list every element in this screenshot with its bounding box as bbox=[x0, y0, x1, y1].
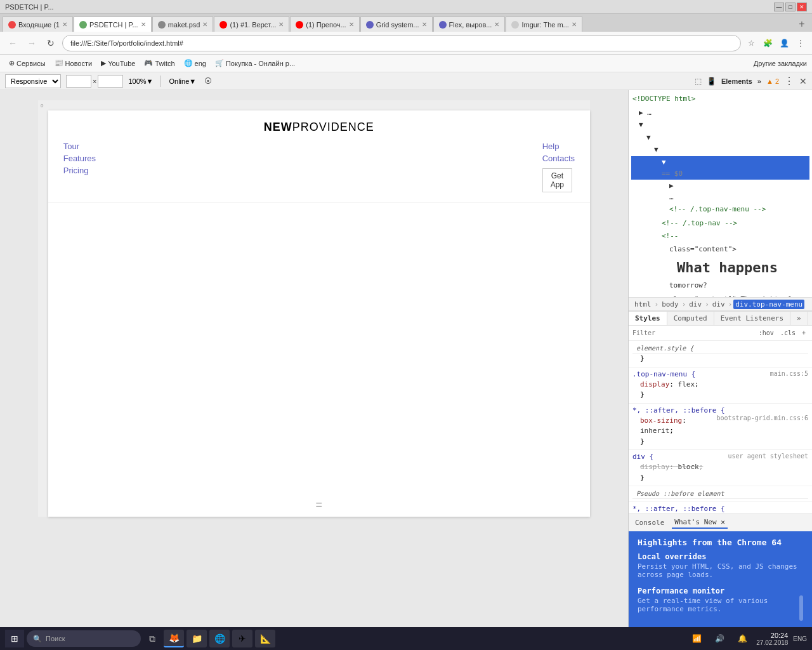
breadcrumb-item-2[interactable]: div bbox=[687, 300, 704, 309]
dom-line[interactable]: <!-- bbox=[631, 230, 809, 242]
dom-tree[interactable]: <!DOCTYPE html>▶ …▼ ▼ ▼ ▼ == $0▶ …<!-- /… bbox=[629, 90, 812, 297]
class-filter[interactable]: .cls bbox=[778, 328, 798, 338]
responsive-select[interactable]: Responsive bbox=[5, 74, 61, 88]
devtools-menu-icon[interactable]: ⋮ bbox=[784, 75, 794, 87]
more-panels-button[interactable]: » bbox=[757, 77, 761, 85]
dom-line[interactable]: <!-- /.top-nav --> bbox=[631, 217, 809, 230]
css-source-link[interactable]: bootstrap-grid.min.css:6 bbox=[717, 415, 809, 421]
tab-close-tab3[interactable]: ✕ bbox=[202, 21, 207, 28]
styles-tab-»[interactable]: » bbox=[790, 312, 808, 325]
dom-line[interactable]: ▼ bbox=[631, 131, 809, 144]
whats-new-tab[interactable]: What's New ✕ bbox=[672, 517, 727, 529]
dom-line[interactable]: What happens bbox=[631, 256, 809, 279]
highlights-scrollbar[interactable] bbox=[799, 595, 803, 621]
taskbar-search[interactable]: 🔍 Поиск bbox=[27, 630, 141, 647]
nav-link-pricing[interactable]: Pricing bbox=[63, 166, 96, 175]
dom-line[interactable]: tomorrow? bbox=[631, 279, 809, 292]
device-icon[interactable]: 📱 bbox=[707, 77, 716, 86]
tab-close-tab4[interactable]: ✕ bbox=[278, 21, 284, 28]
devtools-close-icon[interactable]: ✕ bbox=[799, 76, 807, 86]
viewport-height-input[interactable]: 674 bbox=[98, 75, 123, 88]
taskbar-app-editor[interactable]: 📐 bbox=[255, 630, 275, 647]
get-app-button[interactable]: GetApp bbox=[542, 168, 572, 192]
dimension-separator: × bbox=[93, 77, 96, 85]
tab-tab6[interactable]: Grid system...✕ bbox=[360, 17, 433, 32]
dom-line[interactable]: <!DOCTYPE html> bbox=[631, 93, 809, 105]
online-select[interactable]: Online▼ bbox=[169, 77, 196, 85]
dom-line[interactable]: class="content"> bbox=[631, 243, 809, 256]
tab-close-tab8[interactable]: ✕ bbox=[572, 21, 577, 28]
nav-link-tour[interactable]: Tour bbox=[63, 142, 96, 151]
breadcrumb-item-0[interactable]: html bbox=[632, 300, 653, 309]
tab-tab4[interactable]: (1) #1. Верст...✕ bbox=[214, 17, 289, 32]
taskbar-app-browser[interactable]: 🌐 bbox=[209, 630, 230, 647]
taskbar-app-telegram[interactable]: ✈ bbox=[232, 630, 252, 647]
start-button[interactable]: ⊞ bbox=[5, 630, 24, 647]
maximize-button[interactable]: □ bbox=[785, 3, 796, 11]
settings-icon[interactable]: ⋮ bbox=[794, 37, 807, 50]
nav-link-help[interactable]: Help bbox=[542, 142, 560, 151]
new-tab-button[interactable]: + bbox=[794, 17, 809, 32]
taskbar-app-firefox[interactable]: 🦊 bbox=[164, 630, 184, 647]
styles-tab-styles[interactable]: Styles bbox=[629, 312, 667, 325]
profile-icon[interactable]: 👤 bbox=[778, 37, 790, 50]
breadcrumb-item-4[interactable]: div.top-nav-menu bbox=[733, 300, 804, 309]
minimize-button[interactable]: — bbox=[774, 3, 784, 11]
breadcrumb-item-1[interactable]: body bbox=[660, 300, 681, 309]
tab-tab5[interactable]: (1) Препоч...✕ bbox=[290, 17, 359, 32]
tab-tab1[interactable]: Входящие (1✕ bbox=[3, 17, 73, 32]
task-view-button[interactable]: ⧉ bbox=[143, 630, 161, 647]
dom-line[interactable]: ▼ == $0 bbox=[631, 156, 809, 180]
zoom-select[interactable]: 100%▼ bbox=[128, 77, 153, 85]
tab-tab7[interactable]: Flex, выров...✕ bbox=[433, 17, 506, 32]
forward-button[interactable]: → bbox=[24, 36, 39, 51]
tab-tab3[interactable]: maket.psd✕ bbox=[152, 17, 214, 32]
dom-line[interactable]: ▶ … bbox=[631, 180, 809, 203]
styles-tab-event-listeners[interactable]: Event Listeners bbox=[714, 312, 790, 325]
back-button[interactable]: ← bbox=[5, 36, 20, 51]
other-bookmarks[interactable]: Другие закладки bbox=[754, 60, 807, 67]
hover-filter[interactable]: :hov bbox=[756, 328, 776, 338]
tab-close-tab7[interactable]: ✕ bbox=[494, 21, 499, 28]
extension-icon[interactable]: 🧩 bbox=[761, 37, 774, 50]
dom-line[interactable]: ▶ … bbox=[631, 107, 809, 119]
dom-line[interactable]: ▼ bbox=[631, 119, 809, 131]
bookmark-eng[interactable]: 🌐eng bbox=[180, 58, 210, 69]
network-icon[interactable]: 📶 bbox=[688, 630, 705, 647]
console-tab[interactable]: Console bbox=[632, 517, 667, 528]
styles-tab-computed[interactable]: Computed bbox=[667, 312, 714, 325]
inspect-icon[interactable]: ⬚ bbox=[695, 77, 702, 86]
viewport-width-input[interactable]: 943 bbox=[66, 75, 91, 88]
tab-tab2[interactable]: PSDETCH | P...✕ bbox=[74, 17, 152, 32]
refresh-button[interactable]: ↻ bbox=[43, 36, 58, 51]
nav-link-contacts[interactable]: Contacts bbox=[542, 154, 575, 163]
tab-close-tab2[interactable]: ✕ bbox=[141, 21, 146, 28]
css-source-link[interactable]: user agent stylesheet bbox=[728, 453, 808, 460]
dom-line[interactable]: ▼ bbox=[631, 143, 809, 156]
taskbar-app-explorer[interactable]: 📁 bbox=[187, 630, 207, 647]
add-style[interactable]: + bbox=[799, 328, 808, 338]
elements-tab-toolbar[interactable]: Elements bbox=[721, 77, 752, 85]
notification-icon[interactable]: 🔔 bbox=[733, 630, 751, 647]
css-source-link[interactable]: main.css:5 bbox=[770, 370, 808, 377]
tab-close-tab5[interactable]: ✕ bbox=[349, 21, 354, 28]
nav-link-features[interactable]: Features bbox=[63, 154, 96, 163]
tab-close-tab1[interactable]: ✕ bbox=[62, 21, 67, 28]
tab-tab8[interactable]: Imgur: The m...✕ bbox=[506, 17, 582, 32]
close-button[interactable]: ✕ bbox=[797, 3, 807, 11]
bookmark-новости[interactable]: 📰Новости bbox=[51, 58, 96, 69]
tab-close-tab6[interactable]: ✕ bbox=[422, 21, 427, 28]
capture-button[interactable]: ⦿ bbox=[201, 74, 215, 88]
bookmark-youtube[interactable]: ▶YouTube bbox=[97, 58, 139, 69]
bookmark-сервисы[interactable]: ⊕Сервисы bbox=[5, 58, 49, 69]
bookmark-покупка---онлайн-р...[interactable]: 🛒Покупка - Онлайн р... bbox=[211, 58, 299, 69]
bookmark-star-icon[interactable]: ☆ bbox=[745, 37, 757, 50]
filter-buttons: :hov .cls + bbox=[756, 328, 808, 338]
bookmark-favicon: 🛒 bbox=[215, 59, 224, 67]
address-input[interactable] bbox=[62, 35, 741, 51]
dom-line[interactable]: <!-- /.top-nav-menu --> bbox=[631, 203, 809, 216]
bookmark-twitch[interactable]: 🎮Twitch bbox=[140, 58, 178, 69]
volume-icon[interactable]: 🔊 bbox=[710, 630, 728, 647]
filter-input[interactable] bbox=[632, 328, 754, 339]
breadcrumb-item-3[interactable]: div bbox=[710, 300, 727, 309]
